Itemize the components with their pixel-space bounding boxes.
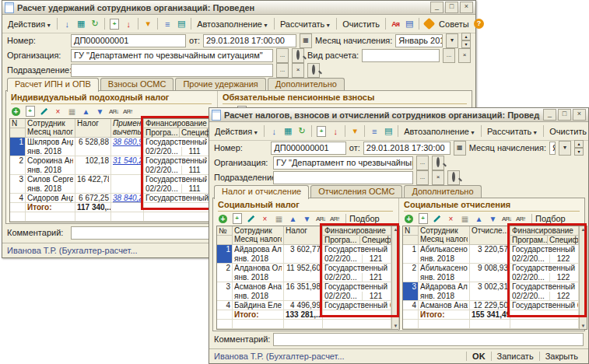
edit-row-icon[interactable] [246,214,256,224]
clear-button[interactable]: Очистить [340,19,382,30]
organization-field[interactable]: ГУ "Департамент по чрезвычайным си [273,156,413,170]
row-number-cell[interactable]: 2 [403,264,419,282]
journal-icon[interactable]: ▤ [403,18,415,30]
deduction-cell[interactable]: 31 540,2 [111,156,144,175]
row-number-cell[interactable]: 1 [403,245,419,264]
move-up-icon[interactable]: ▲ [81,107,91,117]
minimize-button[interactable]: _ [430,2,444,13]
send-icon[interactable]: ▾ [142,18,154,30]
deduction-cell[interactable]: 3 002,31 [470,282,510,301]
maximize-button[interactable]: □ [445,2,458,13]
tab-osms-deductions[interactable]: Отчисления ОСМС [310,185,402,198]
employee-cell[interactable]: Байдина Елен... [233,301,284,310]
refresh-icon[interactable]: ↻ [296,125,308,137]
tips-button[interactable]: Советы [436,19,471,30]
financing-cell[interactable]: Государственный б...02/2/20...121 [323,264,391,282]
structure-icon[interactable]: ▤ [175,18,188,30]
organization-field[interactable]: ГУ "Департамент по чрезвычайным ситуация… [71,49,273,62]
department-search-button[interactable] [447,170,460,185]
date-field[interactable]: 29.01.2018 17:00:00 [203,34,296,47]
copy-row-icon[interactable]: + [418,214,428,224]
move-icon[interactable]: ↓ [329,125,342,137]
employee-cell[interactable]: Абилькасенов ...янв. 2018 [419,245,470,264]
list-icon[interactable]: ≡ [161,18,174,30]
month-spinner[interactable]: ▴▾ [461,33,471,48]
employee-cell[interactable]: Асманов Анат...янв. 2018 [233,282,284,301]
move-icon[interactable]: ↓ [122,18,135,30]
tab-ipn-opv[interactable]: Расчет ИПН и ОПВ [7,78,99,92]
financing-cell[interactable]: Государственный б... [144,194,209,203]
month-dropdown-icon[interactable]: ▾ [446,33,458,48]
close-button[interactable]: × [573,109,586,121]
maximize-button[interactable]: □ [558,109,571,121]
close-button[interactable]: × [460,2,473,13]
title-bar[interactable]: Расчет удержаний сотрудников организаций… [2,1,475,15]
tax-cell[interactable]: 6 672,25 [75,194,111,203]
financing-cell[interactable]: Государственный б...02/2/20...111 [144,175,209,194]
help-icon[interactable]: ? [473,18,486,30]
edit-row-icon[interactable] [432,214,442,224]
employee-cell[interactable]: Алданова Оль...янв. 2018 [233,264,284,282]
accrual-month-field[interactable]: Январь 2018 [549,142,556,155]
title-bar[interactable]: Расчет налогов, взносов и отчислений сот… [209,108,588,122]
actions-menu[interactable]: Действия▼ [5,19,54,30]
save-grid-icon[interactable]: ▦ [67,107,77,117]
department-search-button[interactable] [307,63,320,78]
clear-button[interactable]: Очистить [547,126,589,137]
structure-icon[interactable]: ▤ [382,125,394,137]
deduction-cell[interactable]: 9 008,93 [470,264,510,282]
employee-cell[interactable]: Айдарова Али...янв. 2018 [419,282,470,301]
refresh-icon[interactable]: ↻ [89,18,101,30]
employee-cell[interactable]: Абилькасенов ...янв. 2018 [419,264,470,282]
copy-icon[interactable]: + [108,18,121,30]
org-select-button[interactable]: ... [276,48,289,63]
comment-field[interactable] [273,333,584,346]
row-number-cell[interactable]: 3 [217,282,233,301]
row-number-cell[interactable]: 1 [10,138,26,156]
write-document-icon[interactable]: ↓ [61,18,73,30]
financing-cell[interactable]: Государственный б...02/2/20...121 [323,282,391,301]
employee-cell[interactable]: Силов Сергей...янв. 2018 [26,175,75,194]
calendar-icon[interactable]: ▦ [454,141,466,156]
financing-cell[interactable]: Государственный б...02/2/20...111 [144,138,209,156]
financing-cell[interactable]: Государственный б...02/2/20...121 [323,245,391,264]
autofill-button[interactable]: Автозаполнение▼ [401,126,478,137]
row-number-cell[interactable]: 3 [10,175,26,194]
actions-menu[interactable]: Действия▼ [212,126,261,137]
close-window-button[interactable]: Закрыть [539,352,584,361]
number-field[interactable]: ДП000000001 [71,34,186,47]
add-row-icon[interactable]: + [404,214,414,224]
table-scrollbar[interactable]: ▲▼ [579,226,587,329]
deduction-cell[interactable]: 3 220,57 [470,245,510,264]
move-up-icon[interactable]: ▲ [474,214,484,224]
write-button[interactable]: Записать [491,352,539,361]
org-search-button[interactable] [432,156,444,170]
tax-cell[interactable]: 4 496,99 [284,301,323,310]
accrual-month-field[interactable]: Январь 2018 [395,34,443,47]
employee-cell[interactable]: Асманов Анат... [419,301,470,310]
org-search-button[interactable] [292,48,304,63]
deduction-cell[interactable]: 38 840,2 [111,194,144,203]
employee-cell[interactable]: Шкляров Анд...янв. 2018 [26,138,75,156]
tax-cell[interactable]: 11 952,60 [284,264,323,282]
save-grid-icon[interactable]: ▦ [274,214,284,224]
save-grid-icon[interactable]: ▦ [460,214,470,224]
row-number-cell[interactable]: 2 [10,156,26,175]
ok-button[interactable]: OK [466,352,491,361]
list-icon[interactable]: ≡ [368,125,380,137]
financing-cell[interactable]: Государственный бю...02/2/20...122 [510,282,579,301]
deduction-cell[interactable]: 38 680,9 [111,138,144,156]
autofill-button[interactable]: Автозаполнение▼ [195,19,271,30]
employee-cell[interactable]: Айдарова Али...янв. 2018 [233,245,284,264]
tax-cell[interactable]: 6 528,88 [75,138,111,156]
minimize-button[interactable]: _ [543,109,556,121]
department-field[interactable] [273,171,413,184]
tab-tax-and-deduction[interactable]: Налог и отчисление [214,185,309,199]
sort-desc-icon[interactable]: АЯ↑ [123,107,133,117]
move-down-icon[interactable]: ▼ [302,214,312,224]
row-number-cell[interactable]: 4 [403,301,419,310]
row-number-cell[interactable]: 1 [217,245,233,264]
sort-asc-icon[interactable]: АЯ↓ [316,214,326,224]
calc-kind-clear-button[interactable]: × [458,48,471,63]
keyboard-layout-icon[interactable]: Ая [389,18,401,30]
